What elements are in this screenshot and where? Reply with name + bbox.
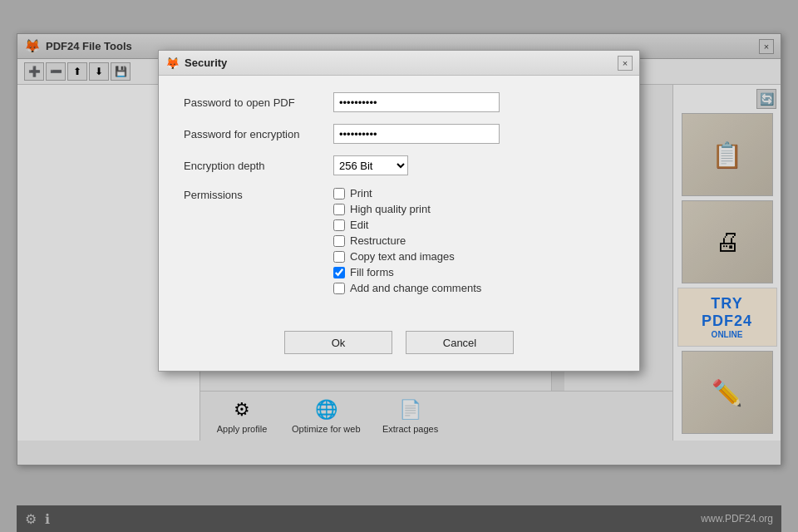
permission-print-checkbox[interactable] xyxy=(333,188,345,200)
permission-add-comments[interactable]: Add and change comments xyxy=(333,282,481,294)
permission-add-comments-checkbox[interactable] xyxy=(333,283,345,294)
password-open-row: Password to open PDF xyxy=(184,92,614,112)
permission-add-comments-label: Add and change comments xyxy=(350,282,481,294)
password-open-label: Password to open PDF xyxy=(184,96,333,109)
security-dialog: 🦊 Security × Password to open PDF Passwo… xyxy=(158,50,640,372)
permission-fill-forms-checkbox[interactable] xyxy=(333,267,345,278)
permission-copy-text-checkbox[interactable] xyxy=(333,251,345,263)
permission-fill-forms[interactable]: Fill forms xyxy=(333,266,481,278)
permission-edit-checkbox[interactable] xyxy=(333,219,345,231)
encryption-depth-select[interactable]: 256 Bit 128 Bit 40 Bit xyxy=(333,155,408,175)
cancel-button[interactable]: Cancel xyxy=(406,331,514,354)
permission-copy-text-label: Copy text and images xyxy=(350,250,455,263)
permission-restructure-label: Restructure xyxy=(350,234,406,247)
permission-restructure-checkbox[interactable] xyxy=(333,235,345,247)
permissions-label: Permissions xyxy=(184,187,333,294)
permission-high-quality-print-checkbox[interactable] xyxy=(333,204,345,215)
dialog-overlay: 🦊 Security × Password to open PDF Passwo… xyxy=(0,0,798,532)
ok-button[interactable]: Ok xyxy=(284,331,392,354)
password-encrypt-input[interactable] xyxy=(333,124,500,144)
permission-fill-forms-label: Fill forms xyxy=(350,266,394,278)
permissions-list: Print High quality print Edit Restructur… xyxy=(333,187,481,294)
permission-high-quality-print-label: High quality print xyxy=(350,203,431,215)
permission-edit[interactable]: Edit xyxy=(333,219,481,231)
permissions-section: Permissions Print High quality print Edi… xyxy=(184,187,614,294)
password-open-input[interactable] xyxy=(333,92,500,112)
dialog-title-left: 🦊 Security xyxy=(165,57,227,70)
password-encrypt-label: Password for encryption xyxy=(184,128,333,140)
permission-print-label: Print xyxy=(350,187,372,200)
permission-copy-text[interactable]: Copy text and images xyxy=(333,250,481,263)
permission-high-quality-print[interactable]: High quality print xyxy=(333,203,481,215)
dialog-body: Password to open PDF Password for encryp… xyxy=(159,76,639,323)
dialog-title: Security xyxy=(185,57,227,69)
dialog-titlebar: 🦊 Security × xyxy=(159,51,639,76)
permission-print[interactable]: Print xyxy=(333,187,481,200)
dialog-footer: Ok Cancel xyxy=(159,323,639,371)
dialog-close-button[interactable]: × xyxy=(618,56,633,71)
encryption-depth-row: Encryption depth 256 Bit 128 Bit 40 Bit xyxy=(184,155,614,175)
dialog-title-icon: 🦊 xyxy=(165,57,180,70)
permission-restructure[interactable]: Restructure xyxy=(333,234,481,247)
encryption-depth-label: Encryption depth xyxy=(184,160,333,172)
permission-edit-label: Edit xyxy=(350,219,368,231)
password-encrypt-row: Password for encryption xyxy=(184,124,614,144)
